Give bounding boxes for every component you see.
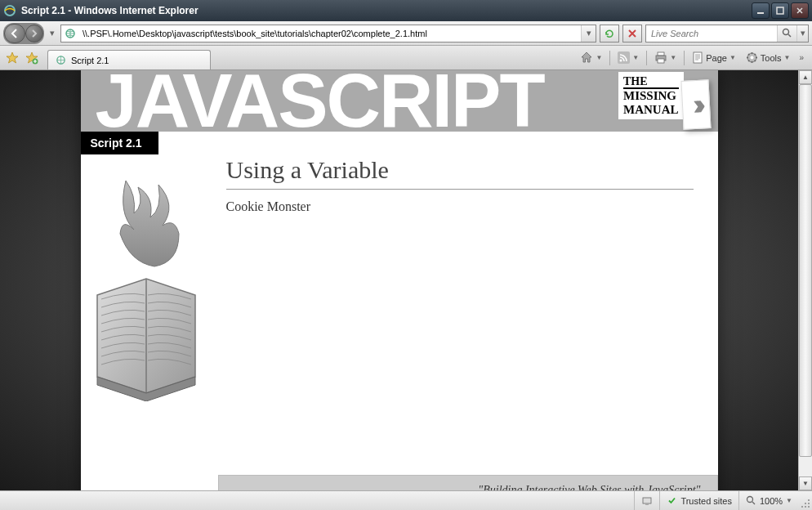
svg-rect-16 — [645, 503, 649, 505]
svg-point-0 — [5, 6, 15, 16]
stop-button[interactable] — [622, 25, 642, 42]
svg-point-21 — [808, 506, 810, 508]
chevron-down-icon: ▼ — [786, 497, 792, 504]
internet-mode-indicator[interactable] — [634, 491, 659, 510]
minimize-button[interactable] — [752, 2, 770, 19]
search-provider-dropdown[interactable]: ▾ — [796, 25, 808, 42]
security-zone-label: Trusted sites — [680, 496, 732, 506]
page-banner: JAVASCRIPT THE MISSING MANUAL ›› — [81, 70, 718, 132]
search-input[interactable] — [646, 25, 777, 42]
zoom-icon — [746, 495, 756, 506]
search-button[interactable] — [777, 25, 796, 42]
next-arrow-button[interactable]: ›› — [680, 79, 711, 130]
scroll-up-button[interactable]: ▲ — [799, 70, 812, 84]
toolbar-separator — [684, 51, 685, 65]
zoom-level: 100% — [760, 496, 783, 506]
svg-point-18 — [808, 499, 810, 501]
page-menu-button[interactable]: Page ▼ — [688, 49, 740, 67]
svg-rect-9 — [658, 52, 664, 56]
tab-title: Script 2.1 — [71, 56, 109, 65]
badge-line2: MISSING — [623, 89, 679, 103]
page-footer-tagline: "Building Interactive Web Sites with Jav… — [218, 475, 718, 490]
tools-menu-button[interactable]: Tools ▼ — [742, 49, 795, 67]
tools-menu-label: Tools — [761, 53, 782, 63]
address-dropdown[interactable]: ▾ — [581, 25, 596, 42]
home-button[interactable]: ▼ — [576, 49, 606, 67]
recent-pages-dropdown[interactable]: ▾ — [47, 28, 57, 38]
double-chevron-right-icon: ›› — [691, 87, 699, 121]
svg-point-23 — [801, 506, 803, 508]
web-page: JAVASCRIPT THE MISSING MANUAL ›› Script … — [81, 70, 718, 490]
script-label: Script 2.1 — [81, 132, 158, 154]
svg-point-8 — [620, 60, 622, 62]
search-box: ▾ — [645, 25, 809, 42]
page-icon — [61, 25, 79, 42]
chevron-down-icon: ▼ — [596, 54, 602, 61]
security-zone-indicator[interactable]: Trusted sites — [659, 491, 738, 510]
badge-line1: THE — [623, 75, 679, 89]
back-button[interactable] — [4, 24, 25, 43]
book-flame-illustration — [81, 172, 212, 401]
toolbar-separator — [646, 51, 647, 65]
zoom-control[interactable]: 100% ▼ — [738, 491, 799, 510]
page-heading: Using a Variable — [226, 156, 694, 190]
navigation-bar: ▾ ▾ ▾ — [0, 21, 812, 46]
scroll-track[interactable] — [799, 84, 812, 476]
browser-tab[interactable]: Script 2.1 — [47, 50, 211, 69]
address-input[interactable] — [79, 25, 581, 42]
scroll-down-button[interactable]: ▼ — [799, 476, 812, 490]
badge-line3: MANUAL — [623, 103, 679, 117]
toolbar-separator — [609, 51, 610, 65]
address-bar: ▾ — [60, 25, 596, 42]
chevron-down-icon: ▼ — [784, 54, 791, 61]
page-sidebar — [81, 132, 218, 475]
forward-button[interactable] — [25, 25, 43, 42]
resize-grip[interactable] — [799, 491, 812, 510]
favorites-center-button[interactable] — [3, 49, 21, 67]
tab-toolbar: Script 2.1 ▼ ▼ ▼ Page ▼ Tools ▼ » — [0, 46, 812, 70]
refresh-button[interactable] — [600, 25, 619, 42]
svg-point-19 — [808, 503, 810, 504]
svg-point-17 — [747, 497, 752, 503]
chevron-down-icon: ▼ — [632, 54, 639, 61]
svg-rect-7 — [618, 51, 630, 64]
svg-point-14 — [750, 56, 753, 60]
window-titlebar: Script 2.1 - Windows Internet Explorer — [0, 0, 812, 21]
toolbar-overflow-button[interactable]: » — [796, 53, 807, 62]
page-menu-label: Page — [706, 53, 727, 63]
check-shield-icon — [667, 495, 677, 506]
svg-rect-2 — [777, 7, 783, 14]
content-viewport: JAVASCRIPT THE MISSING MANUAL ›› Script … — [0, 70, 812, 490]
page-main-content: Using a Variable Cookie Monster — [218, 132, 718, 475]
svg-rect-12 — [694, 52, 702, 63]
close-button[interactable] — [791, 2, 809, 19]
svg-rect-11 — [658, 59, 664, 63]
script-output: Cookie Monster — [226, 199, 694, 214]
status-bar: Trusted sites 100% ▼ — [0, 490, 812, 510]
chevron-down-icon: ▼ — [670, 54, 676, 61]
svg-point-20 — [805, 503, 806, 504]
svg-point-22 — [805, 506, 806, 508]
svg-rect-15 — [643, 498, 651, 503]
scroll-thumb[interactable] — [799, 84, 812, 457]
chevron-down-icon: ▼ — [729, 54, 736, 61]
missing-manual-badge: THE MISSING MANUAL ›› — [618, 72, 709, 129]
feeds-button[interactable]: ▼ — [613, 49, 643, 67]
ie-logo-icon — [3, 4, 16, 17]
computer-icon — [641, 495, 653, 507]
tab-page-icon — [55, 55, 66, 66]
window-title: Script 2.1 - Windows Internet Explorer — [21, 5, 752, 16]
vertical-scrollbar[interactable]: ▲ ▼ — [798, 70, 812, 490]
add-to-favorites-button[interactable] — [23, 49, 41, 67]
maximize-button[interactable] — [771, 2, 789, 19]
print-button[interactable]: ▼ — [650, 49, 680, 67]
svg-point-4 — [783, 29, 789, 35]
svg-rect-1 — [757, 12, 764, 14]
